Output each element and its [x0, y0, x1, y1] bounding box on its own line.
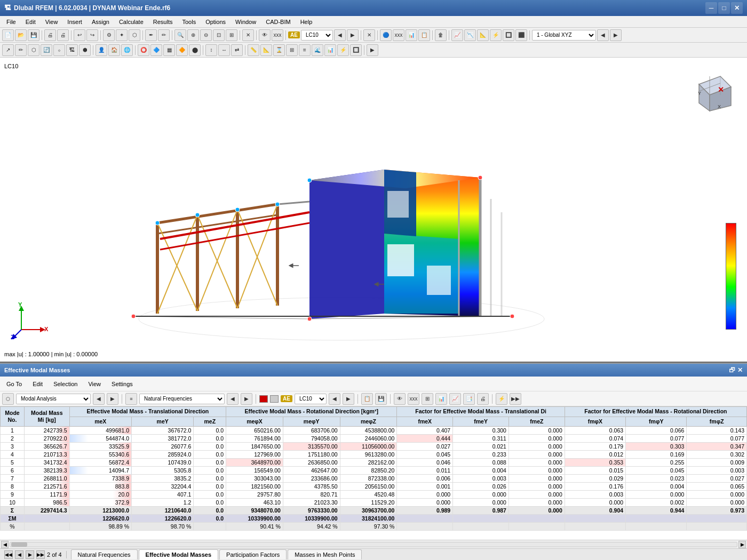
hscroll-track[interactable] — [10, 542, 737, 547]
tb-btn-1[interactable]: ⚙ — [103, 29, 115, 41]
menu-window[interactable]: Window — [231, 18, 260, 26]
menu-help[interactable]: Help — [296, 18, 317, 26]
menu-calculate[interactable]: Calculate — [115, 18, 148, 26]
lc-combo[interactable]: LC10 — [301, 30, 333, 41]
table-row[interactable]: ΣM1226620.01226620.00.010339900.00103399… — [1, 515, 747, 523]
panel-lc-next[interactable]: ▶ — [343, 393, 354, 405]
tb-btn-18[interactable]: 📋 — [418, 29, 430, 41]
tb-btn-6[interactable]: 🔍 — [174, 29, 186, 41]
tb2-btn-27[interactable]: 🔲 — [350, 44, 362, 56]
tb-btn-5[interactable]: ✏ — [158, 29, 170, 41]
cube-navigator[interactable]: ✕ Y X — [688, 63, 742, 116]
new-btn[interactable]: 📄 — [2, 29, 14, 41]
tb-btn-15[interactable]: 🔵 — [380, 29, 392, 41]
tb2-btn-18[interactable]: ⇄ — [231, 44, 243, 56]
tb-btn-2[interactable]: ✦ — [116, 29, 128, 41]
open-btn[interactable]: 📂 — [15, 29, 27, 41]
save-btn[interactable]: 💾 — [28, 29, 39, 41]
tb2-btn-20[interactable]: 📐 — [260, 44, 272, 56]
panel-tb11[interactable]: ▶▶ — [510, 393, 521, 405]
panel-icon2[interactable]: ≡ — [125, 393, 137, 405]
tb-btn-25[interactable]: ⬛ — [515, 29, 527, 41]
tb2-btn-4[interactable]: 🔄 — [41, 44, 52, 56]
nav-last[interactable]: ▶▶ — [36, 550, 45, 559]
table-row[interactable]: 91171.920.0407.10.029757.80820.714520.48… — [1, 491, 747, 499]
menu-insert[interactable]: Insert — [63, 18, 86, 26]
tb2-btn-26[interactable]: ⚡ — [337, 44, 349, 56]
freq-prev[interactable]: ◀ — [227, 393, 239, 405]
analysis-combo[interactable]: Modal Analysis — [16, 394, 91, 404]
tb2-btn-16[interactable]: ↕ — [205, 44, 217, 56]
panel-goto-menu[interactable]: Go To — [2, 380, 26, 388]
tb2-btn-7[interactable]: ⬢ — [79, 44, 91, 56]
tb2-btn-9[interactable]: 🏠 — [108, 44, 120, 56]
table-row[interactable]: 10986.5372.91.20.0463.1021023.3011529.20… — [1, 499, 747, 507]
hscroll-thumb[interactable] — [11, 542, 27, 547]
viewport[interactable]: LC10 Modal Analysis Mode No. 1 - 3.741 H… — [0, 58, 747, 363]
tb2-btn-23[interactable]: ≡ — [299, 44, 311, 56]
panel-lc-prev[interactable]: ◀ — [329, 393, 340, 405]
table-row[interactable]: 4210713.355340.6285924.00.0127969.001751… — [1, 451, 747, 459]
tb2-btn-11[interactable]: ⭕ — [138, 44, 149, 56]
tb-btn-4[interactable]: ✒ — [145, 29, 157, 41]
tb2-btn-1[interactable]: ↗ — [2, 44, 14, 56]
panel-tb4[interactable]: xxx — [408, 393, 419, 405]
tb2-btn-25[interactable]: 📊 — [324, 44, 336, 56]
tb-btn-13[interactable]: xxx — [272, 29, 283, 41]
print2-btn[interactable]: 🖨 — [57, 29, 69, 41]
panel-lc-combo[interactable]: LC10 — [295, 394, 327, 404]
menu-assign[interactable]: Assign — [88, 18, 114, 26]
color-box-grey[interactable] — [270, 395, 279, 403]
tb2-btn-28[interactable]: ▶ — [367, 44, 378, 56]
redo-btn[interactable]: ↪ — [86, 29, 98, 41]
tb2-btn-12[interactable]: 🔷 — [150, 44, 162, 56]
panel-tb8[interactable]: 📑 — [463, 393, 475, 405]
tb-btn-24[interactable]: 🔲 — [503, 29, 514, 41]
xyz-prev-btn[interactable]: ◀ — [597, 29, 609, 41]
xyz-combo[interactable]: 1 - Global XYZ — [532, 30, 596, 41]
table-row[interactable]: 5341732.456872.4107439.00.03648970.00263… — [1, 459, 747, 467]
panel-selection-menu[interactable]: Selection — [49, 380, 82, 388]
panel-close-btn[interactable]: ✕ — [737, 366, 743, 374]
panel-settings-menu[interactable]: Settings — [107, 380, 137, 388]
tb2-btn-19[interactable]: 📏 — [248, 44, 259, 56]
print-btn[interactable]: 🖨 — [44, 29, 56, 41]
tb-btn-21[interactable]: 📉 — [464, 29, 476, 41]
undo-btn[interactable]: ↩ — [74, 29, 85, 41]
panel-tb5[interactable]: ⊞ — [422, 393, 433, 405]
tb-btn-3[interactable]: ⬡ — [129, 29, 140, 41]
tb-btn-7[interactable]: ⊕ — [187, 29, 199, 41]
tb-btn-23[interactable]: ⚡ — [490, 29, 502, 41]
tab-natural-freq[interactable]: Natural Frequencies — [71, 549, 138, 559]
table-row[interactable]: 2270922.0544874.0381772.00.0761894.00794… — [1, 435, 747, 443]
table-row[interactable]: Σ2297414.31213000.01210640.00.09348070.0… — [1, 507, 747, 515]
menu-view[interactable]: View — [41, 18, 62, 26]
tb2-btn-15[interactable]: ⬤ — [189, 44, 201, 56]
tb2-btn-24[interactable]: 🌊 — [312, 44, 323, 56]
maximize-button[interactable]: □ — [718, 2, 730, 14]
menu-options[interactable]: Options — [201, 18, 230, 26]
tb-btn-16[interactable]: xxx — [393, 29, 404, 41]
tb-btn-17[interactable]: 📊 — [406, 29, 417, 41]
tb-btn-11[interactable]: ✕ — [242, 29, 254, 41]
freq-next[interactable]: ▶ — [241, 393, 252, 405]
analysis-prev[interactable]: ◀ — [93, 393, 105, 405]
menu-results[interactable]: Results — [149, 18, 177, 26]
table-row[interactable]: %98.89 %98.70 %90.41 %94.42 %97.30 % — [1, 523, 747, 531]
menu-edit[interactable]: Edit — [21, 18, 40, 26]
panel-view-menu[interactable]: View — [84, 380, 105, 388]
tb-btn-9[interactable]: ⊡ — [213, 29, 225, 41]
lc-next-btn[interactable]: ▶ — [347, 29, 359, 41]
panel-edit-menu[interactable]: Edit — [28, 380, 47, 388]
menu-tools[interactable]: Tools — [178, 18, 200, 26]
tb-btn-19[interactable]: 🗑 — [435, 29, 447, 41]
hscroll-left[interactable]: ◀ — [1, 541, 9, 548]
panel-tb10[interactable]: ⚡ — [496, 393, 507, 405]
panel-tb6[interactable]: 📊 — [435, 393, 447, 405]
nav-first[interactable]: ◀◀ — [4, 550, 13, 559]
tab-masses-mesh[interactable]: Masses in Mesh Points — [288, 549, 362, 559]
tb2-btn-22[interactable]: ⊞ — [286, 44, 298, 56]
table-row[interactable]: 7268811.07338.93835.20.0303043.00233686.… — [1, 475, 747, 483]
tb2-btn-17[interactable]: ↔ — [218, 44, 230, 56]
tb2-btn-21[interactable]: ⌛ — [273, 44, 285, 56]
